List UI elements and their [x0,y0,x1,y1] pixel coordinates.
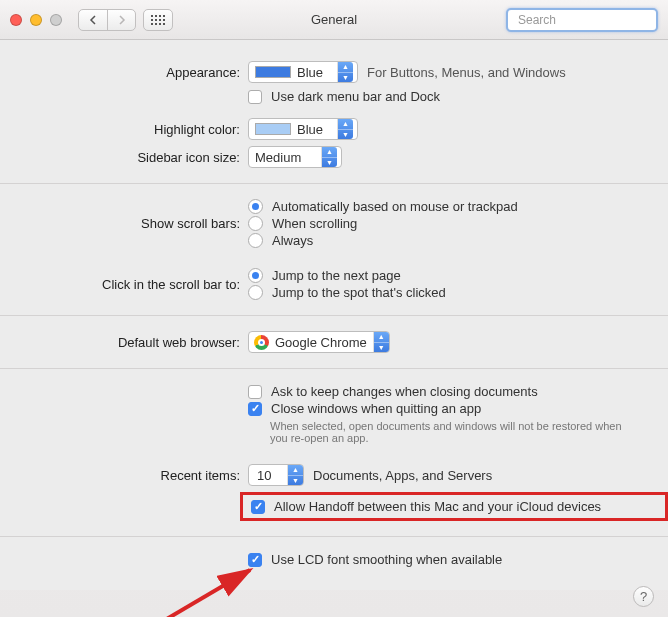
chrome-icon [254,335,269,350]
scroll-always-radio[interactable] [248,233,263,248]
nav-back-forward [78,9,136,31]
handoff-highlight: Allow Handoff between this Mac and your … [240,492,668,521]
scroll-always-label: Always [272,233,313,248]
appearance-value: Blue [297,65,333,80]
highlight-label: Highlight color: [0,122,248,137]
close-window-icon[interactable] [10,14,22,26]
click-spot-radio[interactable] [248,285,263,300]
browser-value: Google Chrome [275,335,367,350]
scroll-when-radio[interactable] [248,216,263,231]
dark-menu-label: Use dark menu bar and Dock [271,89,440,104]
divider [0,315,668,316]
search-field[interactable] [506,8,658,32]
sidebar-select[interactable]: Medium ▲▼ [248,146,342,168]
minimize-window-icon[interactable] [30,14,42,26]
stepper-icon: ▲▼ [337,119,353,139]
click-spot-label: Jump to the spot that's clicked [272,285,446,300]
stepper-icon: ▲▼ [321,147,337,167]
color-swatch-icon [255,123,291,135]
recent-label: Recent items: [0,468,248,483]
scroll-when-label: When scrolling [272,216,357,231]
handoff-checkbox[interactable] [251,500,265,514]
show-all-button[interactable] [143,9,173,31]
back-button[interactable] [79,10,107,30]
appearance-hint: For Buttons, Menus, and Windows [367,65,566,80]
lcd-checkbox[interactable] [248,553,262,567]
highlight-value: Blue [297,122,333,137]
scrollbars-label: Show scroll bars: [0,216,248,231]
sidebar-label: Sidebar icon size: [0,150,248,165]
recent-value: 10 [257,468,271,483]
search-input[interactable] [518,13,668,27]
clickbar-label: Click in the scroll bar to: [0,277,248,292]
ask-keep-checkbox[interactable] [248,385,262,399]
stepper-icon: ▲▼ [287,465,303,485]
sidebar-value: Medium [255,150,317,165]
lcd-label: Use LCD font smoothing when available [271,552,502,567]
appearance-select[interactable]: Blue ▲▼ [248,61,358,83]
zoom-window-icon[interactable] [50,14,62,26]
click-next-radio[interactable] [248,268,263,283]
color-swatch-icon [255,66,291,78]
appearance-label: Appearance: [0,65,248,80]
close-windows-label: Close windows when quitting an app [271,401,481,416]
help-button[interactable]: ? [633,586,654,607]
browser-label: Default web browser: [0,335,248,350]
grid-icon [151,15,165,25]
close-windows-checkbox[interactable] [248,402,262,416]
click-next-label: Jump to the next page [272,268,401,283]
ask-keep-label: Ask to keep changes when closing documen… [271,384,538,399]
recent-suffix: Documents, Apps, and Servers [313,468,492,483]
stepper-icon: ▲▼ [373,332,389,352]
titlebar: General [0,0,668,40]
dark-menu-checkbox[interactable] [248,90,262,104]
browser-select[interactable]: Google Chrome ▲▼ [248,331,390,353]
forward-button[interactable] [107,10,135,30]
divider [0,183,668,184]
content: Appearance: Blue ▲▼ For Buttons, Menus, … [0,40,668,590]
divider [0,536,668,537]
divider [0,368,668,369]
stepper-icon: ▲▼ [337,62,353,82]
recent-select[interactable]: 10 ▲▼ [248,464,304,486]
chevron-left-icon [89,15,97,25]
highlight-select[interactable]: Blue ▲▼ [248,118,358,140]
close-windows-note: When selected, open documents and window… [270,420,630,444]
window-controls [10,14,62,26]
handoff-label: Allow Handoff between this Mac and your … [274,499,601,514]
chevron-right-icon [118,15,126,25]
help-icon: ? [640,589,647,604]
scroll-auto-label: Automatically based on mouse or trackpad [272,199,518,214]
scroll-auto-radio[interactable] [248,199,263,214]
